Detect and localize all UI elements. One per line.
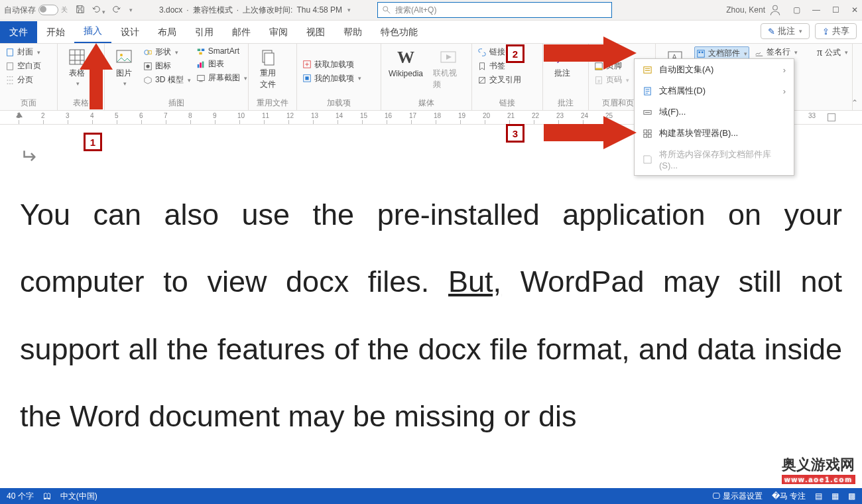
cover-page-button[interactable]: 封面▾ (5, 46, 40, 58)
screenshot-button[interactable]: 屏幕截图▾ (196, 72, 247, 84)
page-break-button[interactable]: 分页 (5, 74, 33, 86)
focus-mode[interactable]: �马 专注 (772, 491, 806, 502)
search-box[interactable]: 搜索(Alt+Q) (377, 2, 612, 18)
read-mode-icon[interactable]: ▤ (815, 491, 822, 501)
tab-special[interactable]: 特色功能 (371, 21, 427, 43)
document-page[interactable]: ↵ You can also use the pre-installed app… (0, 125, 862, 503)
search-icon (382, 5, 391, 15)
group-illustrations: 图片▾ 形状▾ 图标 3D 模型▾ SmartArt 图表 屏幕截图▾ 插图 (105, 44, 249, 110)
group-label: 批注 (548, 96, 583, 109)
svg-point-7 (120, 54, 123, 56)
screenshot-label: 屏幕截图 (208, 72, 240, 84)
minimize-icon[interactable]: — (812, 5, 820, 15)
3dmodel-button[interactable]: 3D 模型▾ (143, 74, 191, 86)
svg-marker-45 (80, 43, 113, 109)
qat-more-icon[interactable]: ▾ (129, 7, 133, 13)
xref-button[interactable]: 交叉引用 (477, 74, 521, 86)
group-label: 插图 (110, 96, 243, 109)
icons-label: 图标 (155, 60, 171, 72)
icons-button[interactable]: 图标 (143, 60, 191, 72)
myaddins-label: 我的加载项 (314, 73, 354, 84)
tab-file[interactable]: 文件 (0, 21, 37, 43)
document-text[interactable]: You can also use the pre-installed appli… (20, 181, 842, 450)
online-video-button[interactable]: 联机视频 (430, 46, 466, 92)
group-reuse: 重用 文件 重用文件 (249, 44, 297, 110)
tab-layout[interactable]: 布局 (149, 21, 186, 43)
tab-home[interactable]: 开始 (37, 21, 74, 43)
blank-page-button[interactable]: 空白页 (5, 60, 41, 72)
blank-label: 空白页 (17, 60, 41, 72)
lastmod-value: Thu 4:58 PM (296, 5, 342, 15)
svg-rect-17 (202, 61, 204, 68)
wikipedia-button[interactable]: WWikipedia (387, 46, 425, 80)
maximize-icon[interactable]: ☐ (832, 5, 839, 15)
search-placeholder: 搜索(Alt+Q) (395, 5, 436, 16)
svg-rect-19 (199, 81, 202, 82)
group-label: 链接 (477, 96, 537, 109)
ruler-tick: 10 (239, 120, 264, 124)
group-pages: 封面▾ 空白页 分页 页面 (0, 44, 58, 110)
shapes-button[interactable]: 形状▾ (143, 46, 191, 58)
link-label: 链接 (489, 46, 505, 58)
spellcheck-icon[interactable]: 🕮 (43, 491, 51, 501)
tab-view[interactable]: 视图 (297, 21, 334, 43)
share-button[interactable]: ⇪共享 (815, 23, 857, 39)
my-addins-button[interactable]: 我的加载项▾ (302, 73, 361, 84)
svg-rect-16 (200, 62, 202, 68)
redo-icon[interactable] (112, 5, 121, 16)
collapse-ribbon-icon[interactable]: ⌃ (851, 98, 858, 107)
close-icon[interactable]: ✕ (851, 5, 858, 15)
dd-docprops[interactable]: 文档属性(D)› (635, 80, 794, 101)
tab-mailings[interactable]: 邮件 (223, 21, 260, 43)
svg-rect-35 (699, 51, 701, 53)
bookmark-button[interactable]: 书签 (477, 60, 505, 72)
compat-mode: 兼容性模式 (193, 5, 233, 16)
getaddins-label: 获取加载项 (314, 59, 354, 70)
model-label: 3D 模型 (155, 74, 184, 86)
group-label: 加载项 (302, 96, 375, 109)
web-layout-icon[interactable]: ▩ (848, 491, 855, 501)
svg-rect-3 (7, 48, 13, 56)
svg-rect-4 (7, 62, 13, 70)
annotation-number-2: 2 (506, 44, 524, 63)
reuse-files-button[interactable]: 重用 文件 (254, 46, 282, 92)
dd-label: 自动图文集(A) (659, 64, 713, 76)
get-addins-button[interactable]: 获取加载项 (302, 59, 354, 70)
svg-rect-15 (197, 64, 199, 68)
dd-autotext[interactable]: 自动图文集(A)› (635, 59, 794, 80)
tab-review[interactable]: 审阅 (260, 21, 297, 43)
print-layout-icon[interactable]: ▦ (831, 491, 839, 501)
smartart-button[interactable]: SmartArt (196, 46, 247, 56)
text-run-underlined: But, (448, 265, 501, 298)
svg-rect-21 (265, 53, 274, 65)
save-icon[interactable] (76, 5, 85, 16)
tab-design[interactable]: 设计 (111, 21, 149, 43)
ruler-tick: 15 (362, 120, 387, 124)
autosave-label: 自动保存 (4, 5, 36, 16)
quickparts-label: 文档部件 (708, 48, 740, 59)
tab-insert[interactable]: 插入 (74, 20, 111, 43)
ribbon-mode-icon[interactable]: ▢ (793, 5, 800, 15)
svg-rect-12 (197, 49, 200, 52)
autosave-toggle[interactable]: 自动保存 关 (4, 5, 68, 16)
comments-button[interactable]: ✎批注▾ (761, 23, 810, 39)
sigline-button[interactable]: 签名行▾ (755, 46, 798, 58)
tab-references[interactable]: 引用 (186, 21, 223, 43)
language[interactable]: 中文(中国) (60, 491, 97, 502)
annotation-number-1: 1 (84, 133, 102, 151)
display-settings[interactable]: 🖵 显示器设置 (712, 491, 762, 502)
dd-label: 将所选内容保存到文档部件库(S)... (659, 149, 786, 170)
user-account[interactable]: Zhou, Kent (726, 4, 781, 16)
dd-bbmgr[interactable]: 构建基块管理器(B)... (635, 123, 794, 144)
undo-icon[interactable]: ▾ (92, 5, 105, 16)
ruler-tick: 11 (264, 120, 288, 124)
word-count[interactable]: 40 个字 (7, 491, 34, 502)
tab-help[interactable]: 帮助 (334, 21, 371, 43)
ruler-right-marker-icon[interactable] (828, 113, 835, 121)
equation-button[interactable]: π公式▾ (817, 46, 848, 58)
pagenum-button[interactable]: #页码▾ (594, 74, 629, 86)
group-media: WWikipedia 联机视频 媒体 (381, 44, 472, 110)
user-icon (769, 4, 781, 16)
chart-button[interactable]: 图表 (196, 58, 247, 70)
dd-field[interactable]: 域(F)... (635, 101, 794, 123)
